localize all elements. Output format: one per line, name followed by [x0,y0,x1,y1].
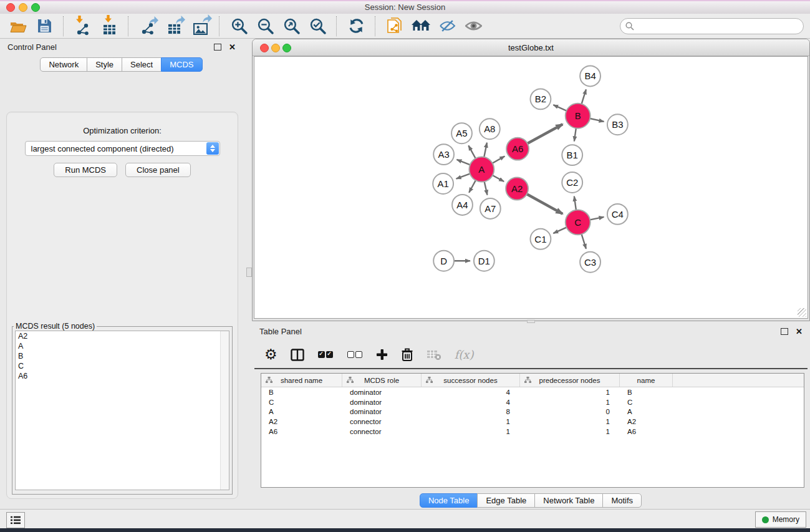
graph-node-A3[interactable]: A3 [433,144,454,165]
svg-text:B: B [575,110,581,121]
table-panel-title: Table Panel [259,327,781,336]
table-row[interactable]: Adominator80A [261,407,804,417]
hide-graphics-details-icon[interactable] [436,16,458,37]
table-cell: B [620,389,673,396]
run-mcds-button[interactable]: Run MCDS [54,163,117,177]
column-header-filler [673,374,804,387]
graph-node-B3[interactable]: B3 [607,114,628,135]
graph-node-D[interactable]: D [433,251,454,271]
open-file-icon[interactable] [7,16,29,37]
graph-node-B[interactable]: B [566,104,591,128]
column-header-name[interactable]: name [620,374,673,387]
tab-style[interactable]: Style [87,57,122,72]
show-graphics-details-icon[interactable] [462,16,485,37]
table-options-gear-icon[interactable]: ⚙ [264,347,277,362]
close-table-panel-icon[interactable]: ✕ [796,327,803,336]
tab-network-table[interactable]: Network Table [534,493,603,508]
column-header-successor-nodes[interactable]: successor nodes [422,374,520,387]
graph-node-C4[interactable]: C4 [607,204,628,225]
import-table-icon[interactable] [98,16,120,37]
result-scrollbar-track[interactable] [220,331,229,490]
add-column-icon[interactable] [376,349,388,360]
deselect-all-icon[interactable] [347,351,363,358]
mcds-result-item[interactable]: A2 [16,331,229,341]
memory-button[interactable]: Memory [755,511,806,528]
table-row[interactable]: A6connector11A6 [261,427,804,437]
graph-node-C1[interactable]: C1 [531,229,551,249]
column-type-icon [524,377,531,383]
close-panel-button[interactable]: Close panel [125,163,191,177]
zoom-out-icon[interactable] [254,16,276,37]
close-panel-icon[interactable]: ✕ [229,43,236,51]
network-canvas[interactable]: B4B2BB3A8A5A6A3B1AC2A1A2A4A7C4CC1C3DD1 [254,56,808,319]
mcds-result-item[interactable]: C [16,361,229,371]
toolbar-separator [63,16,64,36]
graph-node-A5[interactable]: A5 [451,123,472,143]
task-history-button[interactable] [6,512,25,528]
column-header-shared-name[interactable]: shared name [261,374,342,387]
network-close-icon[interactable] [260,44,269,52]
column-header-MCDS-role[interactable]: MCDS role [342,374,422,387]
tab-edge-table[interactable]: Edge Table [477,493,535,508]
zoom-selected-icon[interactable] [306,16,329,37]
table-cell: 8 [422,408,520,415]
select-all-icon[interactable] [317,351,334,358]
table-cell: 1 [520,418,620,425]
refresh-icon[interactable] [345,16,367,37]
table-panel-header: Table Panel ✕ [252,323,810,339]
column-selector-icon[interactable] [291,349,304,361]
column-header-predecessor-nodes[interactable]: predecessor nodes [520,374,620,387]
graph-node-C2[interactable]: C2 [562,172,582,193]
tab-motifs[interactable]: Motifs [602,493,642,508]
network-zoom-icon[interactable] [282,44,291,52]
graph-node-A8[interactable]: A8 [480,118,500,139]
mcds-result-item[interactable]: A [16,341,229,351]
graph-node-C[interactable]: C [566,210,591,235]
graph-node-A[interactable]: A [469,157,494,182]
table-cell: 4 [422,389,520,396]
save-session-icon[interactable] [33,16,55,37]
search-input[interactable] [620,18,804,34]
import-network-icon[interactable] [72,16,94,37]
graph-node-A7[interactable]: A7 [480,198,501,219]
window-resize-grip[interactable] [798,308,806,317]
mcds-result-list[interactable]: A2ABCA6 [15,331,229,490]
zoom-fit-icon[interactable] [280,16,302,37]
delete-column-icon[interactable] [401,348,413,362]
vertical-splitter-handle[interactable] [246,268,252,277]
graph-node-A4[interactable]: A4 [452,195,473,215]
graph-node-C3[interactable]: C3 [580,252,600,273]
tab-mcds[interactable]: MCDS [161,57,202,72]
tab-select[interactable]: Select [122,57,162,72]
table-row[interactable]: Cdominator41C [261,397,804,407]
export-network-icon[interactable] [137,16,159,37]
graph-node-A6[interactable]: A6 [506,138,529,160]
function-builder-icon[interactable]: f(x) [455,348,474,361]
tab-node-table[interactable]: Node Table [420,493,478,508]
criterion-select[interactable]: largest connected component (directed) [25,141,220,156]
delete-table-icon[interactable] [427,349,441,360]
table-cell: 1 [422,428,520,435]
graph-node-A2[interactable]: A2 [506,178,528,200]
float-panel-icon[interactable] [214,44,221,51]
network-window-titlebar[interactable]: testGlobe.txt [253,39,809,56]
graph-node-B2[interactable]: B2 [531,89,551,109]
mcds-result-item[interactable]: A6 [16,371,229,381]
graph-node-B4[interactable]: B4 [580,65,600,86]
mcds-result-item[interactable]: B [16,351,229,361]
tab-network[interactable]: Network [40,57,87,72]
svg-text:D1: D1 [478,256,490,266]
home-icon[interactable] [410,16,432,37]
graph-node-B1[interactable]: B1 [562,145,582,165]
export-table-icon[interactable] [163,16,185,37]
zoom-in-icon[interactable] [228,16,250,37]
graph-node-A1[interactable]: A1 [433,173,453,194]
table-row[interactable]: Bdominator41B [261,387,804,397]
table-panel-tabs: Node TableEdge TableNetwork TableMotifs [252,493,810,508]
new-network-from-file-icon[interactable] [383,16,406,37]
graph-node-D1[interactable]: D1 [474,251,494,271]
export-image-icon[interactable] [189,16,211,37]
float-table-panel-icon[interactable] [781,328,788,335]
table-row[interactable]: A2connector11A2 [261,417,804,427]
network-minimize-icon[interactable] [271,44,280,52]
